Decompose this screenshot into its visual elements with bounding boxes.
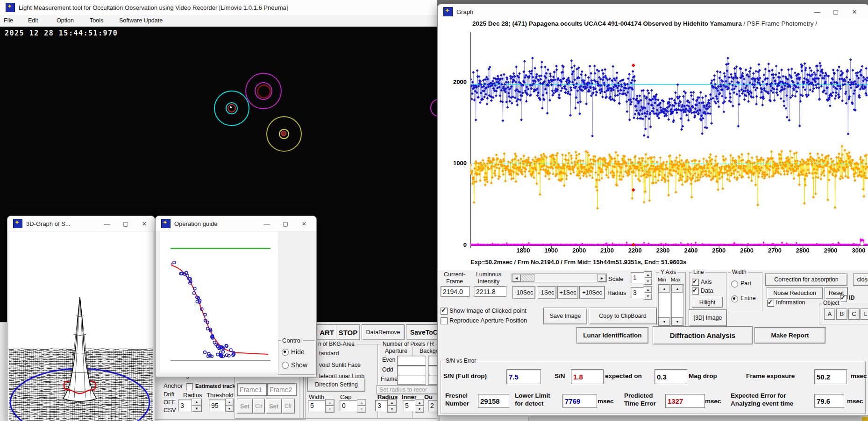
dataremove-button[interactable]: DataRemove: [362, 324, 405, 340]
sn-full-field[interactable]: 7.5: [506, 369, 541, 384]
gap-spin-up-button[interactable]: ▲: [357, 399, 366, 406]
passed-clr1-button[interactable]: Clr: [253, 399, 265, 414]
show-image-checkbox[interactable]: [441, 308, 448, 315]
maximize-icon[interactable]: ▢: [826, 8, 845, 15]
minimize-icon[interactable]: —: [257, 220, 276, 227]
inner-spin-up-button[interactable]: ▲: [415, 399, 424, 406]
image-3d-button[interactable]: [3D] Image: [689, 309, 727, 326]
maximize-icon[interactable]: ▢: [276, 220, 295, 227]
plus-10sec-button[interactable]: +10Sec: [579, 286, 605, 299]
close-icon[interactable]: ✕: [845, 8, 864, 15]
scroll-right-button[interactable]: ►: [598, 274, 606, 282]
show-radio[interactable]: [282, 362, 289, 369]
close-button[interactable]: close: [853, 274, 868, 286]
ymin-spin-up-button[interactable]: ▲: [658, 284, 670, 293]
passed-clr2-button[interactable]: Clr: [282, 399, 295, 414]
menu-option[interactable]: Option: [57, 17, 74, 24]
even-background-field[interactable]: [428, 356, 437, 365]
bkg-option-standard[interactable]: tandard: [319, 350, 339, 357]
graph-titlebar[interactable]: Graph — ▢ ✕: [438, 4, 868, 20]
frame-aperture-field[interactable]: [397, 375, 426, 385]
estimated-track-checkbox[interactable]: [186, 383, 193, 390]
close-icon[interactable]: ✕: [295, 220, 313, 227]
axis-checkbox[interactable]: [692, 279, 699, 286]
close-icon[interactable]: ✕: [135, 220, 154, 227]
ymax-spin-up-button[interactable]: ▲: [671, 284, 683, 293]
scale-spin-up-button[interactable]: ▲: [644, 271, 652, 278]
graph-radius-spin-up-button[interactable]: ▲: [644, 286, 652, 293]
plus-1sec-button[interactable]: +1Sec: [557, 286, 578, 299]
psf-3d-titlebar[interactable]: 3D-Graph of S... — ▢ ✕: [7, 216, 155, 232]
data-checkbox[interactable]: [692, 288, 699, 295]
menu-software-update[interactable]: Software Update: [119, 17, 163, 24]
main-titlebar[interactable]: Light Measurement tool for Occultation O…: [0, 0, 437, 15]
passed-frame1-field[interactable]: Frame1: [237, 383, 267, 396]
frame-scrollbar[interactable]: ◄ ►: [512, 274, 607, 282]
track-radius-spin-down-button[interactable]: ▼: [192, 405, 202, 412]
hilight-button[interactable]: Hilight: [692, 297, 723, 308]
inner-spin-down-button[interactable]: ▼: [415, 406, 424, 413]
sn-field[interactable]: 1.8: [571, 369, 604, 384]
threshold-field[interactable]: 95: [209, 400, 227, 411]
track-option-off[interactable]: OFF: [164, 399, 176, 406]
frame-exposure-field[interactable]: 50.2: [814, 369, 847, 384]
entire-radio[interactable]: [731, 295, 738, 302]
track-option-csv[interactable]: CSV: [164, 407, 176, 414]
minimize-icon[interactable]: —: [98, 220, 116, 227]
direction-setting-button[interactable]: Direction Setting: [307, 378, 365, 392]
scroll-left-button[interactable]: ◄: [512, 274, 521, 282]
minus-10sec-button[interactable]: -10Sec: [512, 286, 535, 299]
savetocsv-button[interactable]: SaveToC: [406, 324, 437, 340]
copy-clipboard-button[interactable]: Copy to ClipBoard: [589, 308, 657, 324]
part-radio[interactable]: [731, 281, 738, 288]
track-option-drift[interactable]: Drift: [164, 391, 175, 398]
gap-field[interactable]: 0: [340, 400, 358, 411]
scale-spin-down-button[interactable]: ▼: [644, 278, 652, 285]
correction-absorption-button[interactable]: Correction for absorption: [765, 274, 847, 286]
ymax-spin-down-button[interactable]: ▼: [671, 317, 683, 326]
passed-frame2-field[interactable]: Frame2: [267, 383, 297, 396]
graph-radius-spin-down-button[interactable]: ▼: [644, 293, 652, 300]
width-spin-up-button[interactable]: ▲: [325, 399, 334, 406]
frame-background-field[interactable]: [428, 375, 437, 385]
odd-background-field[interactable]: [428, 365, 437, 375]
object-l-button[interactable]: L: [861, 309, 868, 320]
light-curve-plot[interactable]: [470, 29, 868, 253]
lower-limit-field[interactable]: 7769: [562, 394, 597, 408]
scrollbar-thumb[interactable]: [520, 274, 534, 282]
threshold-spin-down-button[interactable]: ▼: [225, 405, 234, 412]
save-image-button[interactable]: Save Image: [543, 308, 587, 324]
current-frame-field[interactable]: 2194.0: [441, 286, 470, 297]
minimize-icon[interactable]: —: [808, 8, 826, 15]
width-spin-down-button[interactable]: ▼: [325, 406, 334, 413]
information-checkbox[interactable]: [767, 300, 774, 307]
stop-button[interactable]: STOP: [336, 324, 360, 340]
track-option-anchor[interactable]: Anchor: [164, 382, 183, 389]
ymin-spin-track[interactable]: [658, 292, 670, 318]
track-radius-spin-up-button[interactable]: ▲: [192, 399, 202, 406]
track-radius-field[interactable]: 3: [178, 400, 193, 411]
operation-guide-titlebar[interactable]: Operation guide — ▢ ✕: [156, 216, 316, 232]
expected-on-field[interactable]: 0.3: [655, 369, 687, 384]
luminous-field[interactable]: 2211.8: [474, 286, 506, 297]
threshold-spin-up-button[interactable]: ▲: [225, 399, 234, 406]
object-c-button[interactable]: C: [848, 309, 860, 320]
menu-tools[interactable]: Tools: [90, 17, 103, 24]
fresnel-field[interactable]: 29158: [478, 394, 509, 408]
gap-spin-down-button[interactable]: ▼: [357, 406, 366, 413]
noise-reduction-button[interactable]: Noise Reduction: [767, 287, 823, 299]
ymin-spin-down-button[interactable]: ▼: [658, 317, 670, 326]
diffraction-analysis-button[interactable]: Diffraction Analysis: [653, 326, 753, 344]
object-b-button[interactable]: B: [836, 309, 847, 320]
graph-radius-field[interactable]: 3: [631, 287, 645, 298]
id-checkbox[interactable]: [840, 295, 847, 302]
ymax-spin-track[interactable]: [671, 292, 683, 318]
menu-file[interactable]: File: [4, 17, 13, 24]
object-a-button[interactable]: A: [824, 309, 835, 320]
hide-radio[interactable]: [282, 349, 289, 356]
bkg-option-avoid-sunlit[interactable]: void Sunlit Face: [319, 362, 361, 368]
reproduce-checkbox[interactable]: [441, 317, 448, 324]
set-radius-button[interactable]: Set radius to recor: [377, 385, 437, 394]
outer-field[interactable]: 2: [428, 400, 437, 411]
predicted-field[interactable]: 1327: [665, 394, 705, 408]
